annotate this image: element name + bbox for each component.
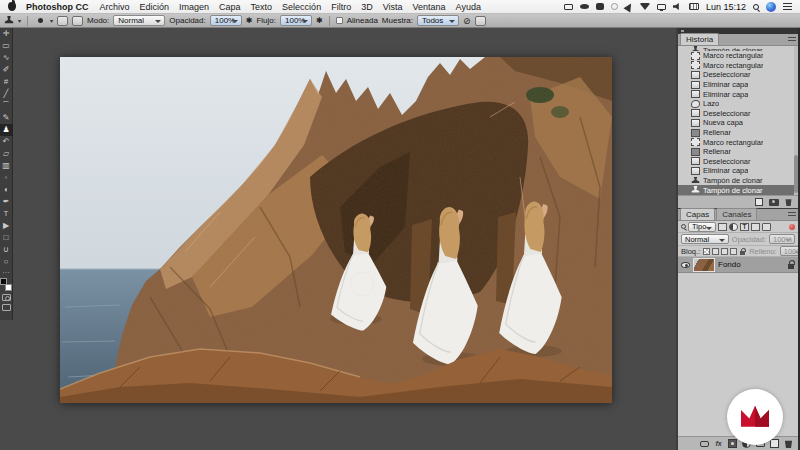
history-item[interactable]: Tampón de clonar xyxy=(678,176,798,186)
tool-clone-stamp[interactable]: ♟ xyxy=(0,124,13,136)
airbrush-icon[interactable]: ✱ xyxy=(246,16,253,25)
tool-eraser[interactable]: ▱ xyxy=(0,148,13,160)
menu-edición[interactable]: Edición xyxy=(135,2,175,12)
history-item[interactable]: Rellenar xyxy=(678,147,798,157)
new-snapshot-icon[interactable] xyxy=(769,199,779,206)
tool-lasso[interactable]: ∿ xyxy=(0,52,13,64)
menu-ventana[interactable]: Ventana xyxy=(408,2,451,12)
siri-icon[interactable] xyxy=(766,2,776,12)
tool-pen[interactable]: ✒ xyxy=(0,196,13,208)
toggle-brush-panel-icon[interactable] xyxy=(57,16,68,26)
history-item[interactable]: Marco rectangular xyxy=(678,137,798,147)
history-item[interactable]: Eliminar capa xyxy=(678,89,798,99)
history-item[interactable]: Deseleccionar xyxy=(678,70,798,80)
screenshot-icon[interactable] xyxy=(564,4,573,10)
background-color-swatch[interactable] xyxy=(5,284,12,291)
history-item[interactable]: Rellenar xyxy=(678,128,798,138)
flow-dropdown[interactable]: 100% xyxy=(280,15,312,26)
layer-thumbnail[interactable] xyxy=(693,258,715,272)
apple-logo-icon[interactable] xyxy=(8,2,16,11)
menu-ayuda[interactable]: Ayuda xyxy=(451,2,486,12)
tool-brush[interactable]: ✎ xyxy=(0,112,13,124)
eye-icon[interactable] xyxy=(580,4,589,9)
tool-type[interactable]: T xyxy=(0,208,13,220)
keyboard-icon[interactable] xyxy=(689,3,699,10)
delete-layer-icon[interactable] xyxy=(784,439,793,448)
clone-stamp-preset-icon[interactable] xyxy=(4,16,14,26)
layers-panel-menu-icon[interactable] xyxy=(788,212,796,218)
history-item[interactable]: Deseleccionar xyxy=(678,109,798,119)
fill-dropdown[interactable]: 100% xyxy=(780,246,800,256)
notification-center-icon[interactable] xyxy=(783,3,792,10)
lock-image-icon[interactable] xyxy=(712,248,719,255)
tool-move[interactable]: ✛ xyxy=(0,28,13,40)
edit-toolbar-icon[interactable]: … xyxy=(2,268,10,276)
menu-texto[interactable]: Texto xyxy=(246,2,278,12)
history-item[interactable]: Marco rectangular xyxy=(678,61,798,71)
filter-toggle-icon[interactable] xyxy=(789,224,795,230)
tool-quick-selection[interactable]: ✐ xyxy=(0,64,13,76)
airdrop-icon[interactable] xyxy=(623,1,634,12)
tool-history-brush[interactable]: ↶ xyxy=(0,136,13,148)
history-item[interactable]: Lazo xyxy=(678,99,798,109)
menu-capa[interactable]: Capa xyxy=(214,2,246,12)
display-icon[interactable] xyxy=(657,4,666,10)
menu-filtro[interactable]: Filtro xyxy=(326,2,356,12)
blend-mode-dropdown[interactable]: Normal xyxy=(681,234,729,244)
new-document-from-state-icon[interactable] xyxy=(755,198,763,206)
tab-historia[interactable]: Historia xyxy=(680,33,719,45)
tool-blur[interactable]: ◦ xyxy=(0,172,13,184)
history-item[interactable]: Deseleccionar xyxy=(678,157,798,167)
menu-selección[interactable]: Selección xyxy=(277,2,326,12)
sample-dropdown[interactable]: Todos xyxy=(417,15,459,26)
layers-opacity-dropdown[interactable]: 100% xyxy=(769,234,795,244)
quick-mask-icon[interactable] xyxy=(2,294,11,301)
visibility-eye-icon[interactable] xyxy=(681,262,690,268)
shape-layers-icon[interactable] xyxy=(751,223,760,231)
tool-crop[interactable]: # xyxy=(0,76,13,88)
tool-hand[interactable]: ∪ xyxy=(0,244,13,256)
app-name[interactable]: Photoshop CC xyxy=(20,2,95,12)
layer-effects-icon[interactable] xyxy=(714,439,723,448)
link-layers-icon[interactable] xyxy=(700,439,709,448)
tool-dodge[interactable]: ◖ xyxy=(0,184,13,196)
opacity-dropdown[interactable]: 100% xyxy=(210,15,242,26)
menu-imagen[interactable]: Imagen xyxy=(174,2,214,12)
smart-objects-icon[interactable] xyxy=(762,223,771,231)
tool-gradient[interactable]: ▥ xyxy=(0,160,13,172)
tool-rectangular-marquee[interactable]: ▭ xyxy=(0,40,13,52)
adjustment-layers-icon[interactable] xyxy=(729,223,738,231)
delete-state-icon[interactable] xyxy=(785,198,792,206)
pixel-layers-icon[interactable] xyxy=(718,223,727,231)
new-layer-icon[interactable] xyxy=(770,439,779,448)
tool-eyedropper[interactable]: ╱ xyxy=(0,88,13,100)
ignore-adjustment-layers-icon[interactable]: ⊘ xyxy=(463,17,471,25)
wifi-icon[interactable] xyxy=(640,3,650,10)
history-item[interactable]: Nueva capa xyxy=(678,118,798,128)
type-layers-icon[interactable] xyxy=(740,223,749,231)
brush-preview[interactable] xyxy=(34,15,46,26)
mode-dropdown[interactable]: Normal xyxy=(113,15,165,26)
color-swatches[interactable] xyxy=(0,278,12,291)
lock-position-icon[interactable] xyxy=(721,248,728,255)
spotlight-icon[interactable] xyxy=(753,4,759,10)
airbrush-pressure-icon[interactable]: ✱ xyxy=(316,16,323,25)
aligned-checkbox[interactable] xyxy=(336,17,343,24)
document-canvas[interactable] xyxy=(60,57,612,403)
tool-rectangle[interactable]: □ xyxy=(0,232,13,244)
time-machine-icon[interactable] xyxy=(611,3,618,10)
foreground-color-swatch[interactable] xyxy=(0,278,7,285)
screen-mode-icon[interactable] xyxy=(2,304,11,311)
history-item[interactable]: Marco rectangular xyxy=(678,51,798,61)
filter-type-dropdown[interactable]: Tipo xyxy=(688,222,716,232)
tab-canales[interactable]: Canales xyxy=(716,208,757,220)
pressure-size-icon[interactable] xyxy=(475,16,486,26)
layer-mask-icon[interactable] xyxy=(728,439,737,448)
menu-archivo[interactable]: Archivo xyxy=(95,2,135,12)
lock-all-icon[interactable] xyxy=(739,248,746,255)
menu-3d[interactable]: 3D xyxy=(356,2,378,12)
history-item[interactable]: Eliminar capa xyxy=(678,80,798,90)
toggle-clone-source-panel-icon[interactable] xyxy=(72,16,83,26)
volume-icon[interactable] xyxy=(673,3,682,10)
history-item[interactable]: Eliminar capa xyxy=(678,166,798,176)
